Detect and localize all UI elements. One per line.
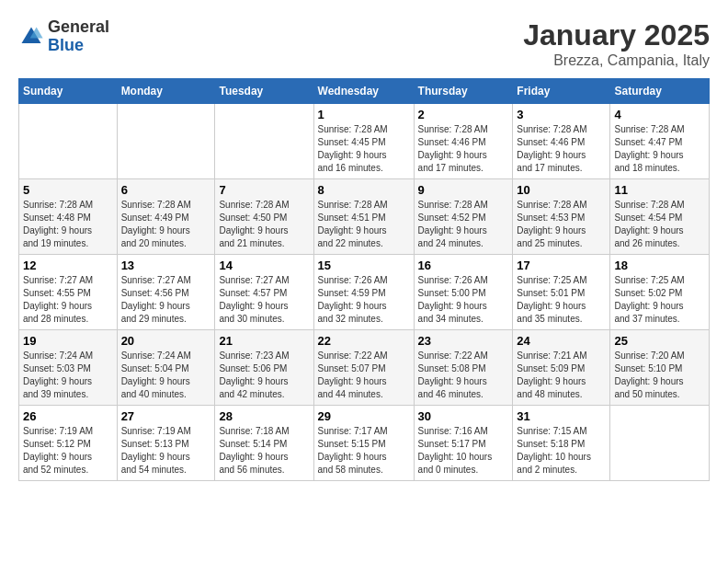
day-number: 20 [121, 334, 211, 348]
day-number: 30 [418, 409, 509, 423]
table-row: 25Sunrise: 7:20 AM Sunset: 5:10 PM Dayli… [610, 330, 710, 406]
day-info: Sunrise: 7:28 AM Sunset: 4:46 PM Dayligh… [517, 123, 606, 175]
day-info: Sunrise: 7:28 AM Sunset: 4:48 PM Dayligh… [23, 199, 113, 250]
day-number: 9 [418, 183, 509, 197]
table-row: 18Sunrise: 7:25 AM Sunset: 5:02 PM Dayli… [610, 255, 710, 330]
day-number: 29 [318, 409, 410, 423]
table-row: 15Sunrise: 7:26 AM Sunset: 4:59 PM Dayli… [313, 255, 414, 330]
day-info: Sunrise: 7:19 AM Sunset: 5:13 PM Dayligh… [121, 425, 211, 477]
day-number: 12 [23, 259, 113, 272]
day-number: 10 [517, 183, 606, 197]
day-number: 15 [318, 259, 410, 272]
location-title: Brezza, Campania, Italy [523, 52, 710, 69]
day-info: Sunrise: 7:28 AM Sunset: 4:49 PM Dayligh… [121, 199, 211, 250]
day-info: Sunrise: 7:18 AM Sunset: 5:14 PM Dayligh… [219, 425, 309, 477]
header-friday: Friday [513, 79, 610, 104]
day-number: 13 [121, 259, 211, 272]
calendar-week-5: 26Sunrise: 7:19 AM Sunset: 5:12 PM Dayli… [19, 406, 710, 481]
calendar-week-2: 5Sunrise: 7:28 AM Sunset: 4:48 PM Daylig… [19, 179, 710, 255]
table-row: 10Sunrise: 7:28 AM Sunset: 4:53 PM Dayli… [513, 179, 610, 255]
day-number: 28 [219, 409, 309, 423]
day-info: Sunrise: 7:28 AM Sunset: 4:46 PM Dayligh… [418, 123, 509, 175]
table-row [117, 104, 215, 179]
table-row: 20Sunrise: 7:24 AM Sunset: 5:04 PM Dayli… [117, 330, 215, 406]
day-info: Sunrise: 7:20 AM Sunset: 5:10 PM Dayligh… [614, 350, 705, 401]
calendar-week-1: 1Sunrise: 7:28 AM Sunset: 4:45 PM Daylig… [19, 104, 710, 179]
day-number: 14 [219, 259, 309, 272]
day-number: 6 [121, 183, 211, 197]
page-header: General Blue January 2025 Brezza, Campan… [18, 18, 710, 69]
table-row: 19Sunrise: 7:24 AM Sunset: 5:03 PM Dayli… [19, 330, 118, 406]
table-row: 26Sunrise: 7:19 AM Sunset: 5:12 PM Dayli… [19, 406, 118, 481]
title-section: January 2025 Brezza, Campania, Italy [523, 18, 710, 69]
logo-text: General Blue [48, 18, 109, 55]
table-row [19, 104, 118, 179]
table-row: 1Sunrise: 7:28 AM Sunset: 4:45 PM Daylig… [313, 104, 414, 179]
day-info: Sunrise: 7:27 AM Sunset: 4:57 PM Dayligh… [219, 274, 309, 326]
day-number: 25 [614, 334, 705, 348]
header-tuesday: Tuesday [215, 79, 313, 104]
day-number: 1 [318, 108, 410, 121]
table-row: 28Sunrise: 7:18 AM Sunset: 5:14 PM Dayli… [215, 406, 313, 481]
logo-blue: Blue [48, 37, 109, 55]
table-row [610, 406, 710, 481]
day-info: Sunrise: 7:22 AM Sunset: 5:08 PM Dayligh… [418, 350, 509, 401]
day-number: 26 [23, 409, 113, 423]
day-number: 21 [219, 334, 309, 348]
day-info: Sunrise: 7:28 AM Sunset: 4:50 PM Dayligh… [219, 199, 309, 250]
day-info: Sunrise: 7:16 AM Sunset: 5:17 PM Dayligh… [418, 425, 509, 477]
day-number: 22 [318, 334, 410, 348]
table-row: 14Sunrise: 7:27 AM Sunset: 4:57 PM Dayli… [215, 255, 313, 330]
table-row: 24Sunrise: 7:21 AM Sunset: 5:09 PM Dayli… [513, 330, 610, 406]
day-info: Sunrise: 7:28 AM Sunset: 4:47 PM Dayligh… [614, 123, 705, 175]
day-number: 4 [614, 108, 705, 121]
day-number: 7 [219, 183, 309, 197]
logo: General Blue [18, 18, 109, 55]
table-row: 23Sunrise: 7:22 AM Sunset: 5:08 PM Dayli… [414, 330, 513, 406]
calendar-week-3: 12Sunrise: 7:27 AM Sunset: 4:55 PM Dayli… [19, 255, 710, 330]
day-info: Sunrise: 7:25 AM Sunset: 5:01 PM Dayligh… [517, 274, 606, 326]
day-number: 11 [614, 183, 705, 197]
table-row: 27Sunrise: 7:19 AM Sunset: 5:13 PM Dayli… [117, 406, 215, 481]
day-info: Sunrise: 7:28 AM Sunset: 4:45 PM Dayligh… [318, 123, 410, 175]
day-info: Sunrise: 7:22 AM Sunset: 5:07 PM Dayligh… [318, 350, 410, 401]
day-number: 2 [418, 108, 509, 121]
day-info: Sunrise: 7:28 AM Sunset: 4:51 PM Dayligh… [318, 199, 410, 250]
calendar-table: Sunday Monday Tuesday Wednesday Thursday… [18, 78, 710, 481]
table-row: 13Sunrise: 7:27 AM Sunset: 4:56 PM Dayli… [117, 255, 215, 330]
table-row: 4Sunrise: 7:28 AM Sunset: 4:47 PM Daylig… [610, 104, 710, 179]
day-info: Sunrise: 7:23 AM Sunset: 5:06 PM Dayligh… [219, 350, 309, 401]
logo-icon [18, 24, 44, 50]
day-info: Sunrise: 7:28 AM Sunset: 4:52 PM Dayligh… [418, 199, 509, 250]
table-row: 29Sunrise: 7:17 AM Sunset: 5:15 PM Dayli… [313, 406, 414, 481]
day-number: 5 [23, 183, 113, 197]
day-number: 23 [418, 334, 509, 348]
day-number: 18 [614, 259, 705, 272]
day-info: Sunrise: 7:17 AM Sunset: 5:15 PM Dayligh… [318, 425, 410, 477]
header-saturday: Saturday [610, 79, 710, 104]
calendar-week-4: 19Sunrise: 7:24 AM Sunset: 5:03 PM Dayli… [19, 330, 710, 406]
table-row: 12Sunrise: 7:27 AM Sunset: 4:55 PM Dayli… [19, 255, 118, 330]
day-info: Sunrise: 7:25 AM Sunset: 5:02 PM Dayligh… [614, 274, 705, 326]
table-row: 22Sunrise: 7:22 AM Sunset: 5:07 PM Dayli… [313, 330, 414, 406]
day-number: 24 [517, 334, 606, 348]
day-info: Sunrise: 7:21 AM Sunset: 5:09 PM Dayligh… [517, 350, 606, 401]
table-row: 7Sunrise: 7:28 AM Sunset: 4:50 PM Daylig… [215, 179, 313, 255]
header-monday: Monday [117, 79, 215, 104]
day-number: 16 [418, 259, 509, 272]
header-thursday: Thursday [414, 79, 513, 104]
table-row: 2Sunrise: 7:28 AM Sunset: 4:46 PM Daylig… [414, 104, 513, 179]
table-row: 3Sunrise: 7:28 AM Sunset: 4:46 PM Daylig… [513, 104, 610, 179]
table-row: 5Sunrise: 7:28 AM Sunset: 4:48 PM Daylig… [19, 179, 118, 255]
day-info: Sunrise: 7:26 AM Sunset: 5:00 PM Dayligh… [418, 274, 509, 326]
day-info: Sunrise: 7:28 AM Sunset: 4:54 PM Dayligh… [614, 199, 705, 250]
table-row: 17Sunrise: 7:25 AM Sunset: 5:01 PM Dayli… [513, 255, 610, 330]
day-info: Sunrise: 7:24 AM Sunset: 5:04 PM Dayligh… [121, 350, 211, 401]
day-info: Sunrise: 7:24 AM Sunset: 5:03 PM Dayligh… [23, 350, 113, 401]
day-number: 8 [318, 183, 410, 197]
table-row [215, 104, 313, 179]
day-number: 27 [121, 409, 211, 423]
table-row: 8Sunrise: 7:28 AM Sunset: 4:51 PM Daylig… [313, 179, 414, 255]
header-wednesday: Wednesday [313, 79, 414, 104]
logo-general: General [48, 18, 109, 37]
